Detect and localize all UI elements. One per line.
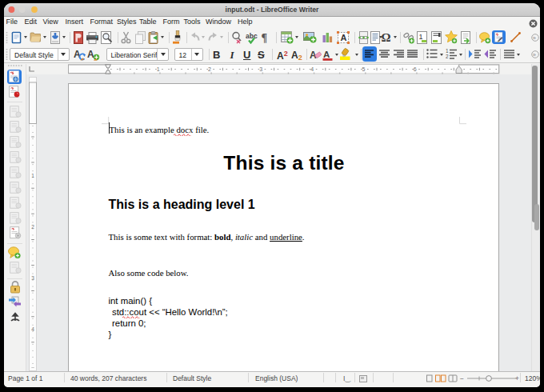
svg-text:»: » xyxy=(533,34,536,42)
svg-text:3: 3 xyxy=(31,275,34,281)
svg-text:6: 6 xyxy=(414,66,417,72)
svg-text:2: 2 xyxy=(208,66,211,72)
svg-text:A: A xyxy=(341,33,347,42)
svg-text:A: A xyxy=(323,50,330,59)
svg-text:3: 3 xyxy=(259,66,262,72)
svg-text:4: 4 xyxy=(310,66,314,72)
svg-text:1: 1 xyxy=(446,48,449,54)
svg-text:abc: abc xyxy=(246,32,258,40)
svg-text:2: 2 xyxy=(446,54,449,59)
svg-text:4: 4 xyxy=(31,326,34,332)
svg-text:Ω: Ω xyxy=(382,31,391,44)
svg-text:5: 5 xyxy=(362,66,366,72)
svg-text:»: » xyxy=(533,51,536,58)
svg-text:A: A xyxy=(87,49,94,60)
svg-text:1: 1 xyxy=(419,33,423,41)
svg-text:¶: ¶ xyxy=(262,32,268,44)
svg-text:1: 1 xyxy=(31,173,34,178)
svg-text:1: 1 xyxy=(157,66,160,72)
svg-text:2: 2 xyxy=(31,224,34,230)
